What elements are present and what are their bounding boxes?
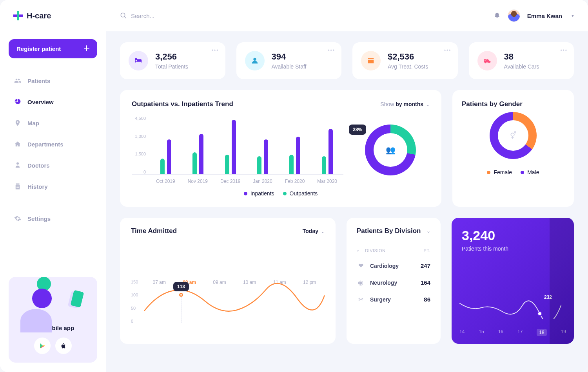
logo-icon [13,11,23,20]
mid-row: Outpatients vs. Inpatients Trend Show by… [120,90,574,207]
bar-inpatient [264,139,268,174]
stats-row: ••• 3,256 Total Patients ••• 394 Availab… [120,42,574,79]
bar-outpatient [289,155,294,174]
nav-map[interactable]: Map [9,115,97,131]
division-title: Patients By Division [357,227,421,235]
nav-overview[interactable]: Overview [9,94,97,110]
bed-icon [129,51,148,70]
stat-available-cars: ••• 38 Available Cars [469,42,574,79]
bar-group [192,116,203,174]
chevron-down-icon[interactable]: ▾ [572,13,574,18]
division-header: ⌂DIVISION PT. [357,243,430,257]
gender-donut: ⚥ [490,112,537,159]
gender-title: Patients by Gender [462,100,564,108]
trend-show-by[interactable]: Show by months⌄ [380,101,430,107]
bar-group [160,116,171,174]
bar-outpatient [160,159,165,174]
bell-icon[interactable] [494,11,501,20]
more-icon[interactable]: ••• [212,48,219,53]
app-store-button[interactable] [55,338,72,354]
bar-outpatient [257,156,261,174]
app-store-icons [16,338,89,354]
line-chart: 150 100 50 0 113 07 am 08 [131,280,325,334]
nav-label: History [27,183,48,190]
avatar[interactable] [508,9,520,22]
stat-label: Available Staff [272,63,307,70]
doctor-icon [14,162,21,169]
pin-icon [14,119,21,126]
division-row-neurology[interactable]: ◉ Neurology 164 [357,274,430,291]
google-play-icon [39,342,45,349]
month-card: 3,240 Patients this month 232 14 15 16 1… [452,218,574,344]
home-icon [14,141,21,148]
more-icon[interactable]: ••• [444,48,452,53]
month-x-axis: 14 15 16 17 18 19 [459,329,566,336]
stat-value: 394 [272,52,307,62]
more-icon[interactable]: ••• [560,48,568,53]
people-icon [14,77,21,84]
trend-title: Outpatients vs. Inpatients Trend [132,100,233,108]
register-label: Register patient [16,45,61,52]
trend-card: Outpatients vs. Inpatients Trend Show by… [120,90,441,207]
scalpel-icon: ✂ [357,296,365,303]
bar-inpatient [328,129,333,174]
chevron-down-icon: ⌄ [321,229,325,234]
division-row-surgery[interactable]: ✂ Surgery 86 [357,291,430,308]
svg-point-4 [538,312,542,316]
search-input[interactable]: Search... [120,12,154,19]
bar-inpatient [199,134,203,174]
time-card: Time Admitted Today⌄ 150 100 50 0 [120,218,336,344]
bar-group [225,116,236,174]
nav-label: Departments [27,141,64,148]
division-card: Patients By Division ⌄ ⌂DIVISION PT. ❤ C… [347,218,441,344]
bar-inpatient [232,120,236,174]
google-play-button[interactable] [34,338,51,354]
bar-chart: 4,500 3,000 1,500 0 Oct 2019 Nov 2019 [132,116,343,184]
stat-value: 3,256 [155,52,188,62]
month-value: 3,240 [462,228,564,243]
stat-label: Available Cars [504,63,539,70]
time-range-select[interactable]: Today⌄ [303,228,325,234]
time-title: Time Admitted [131,227,177,235]
nav-departments[interactable]: Departments [9,136,97,152]
nav-label: Map [27,120,39,126]
bot-row: Time Admitted Today⌄ 150 100 50 0 [120,218,574,344]
bar-group [289,116,300,174]
clipboard-icon [14,183,21,190]
register-patient-button[interactable]: Register patient [9,39,97,58]
stat-label: Total Patients [155,63,188,70]
stat-value: $2,536 [388,52,428,62]
bar-outpatient [192,152,197,174]
nav-settings[interactable]: Settings [9,210,97,227]
stat-total-patients: ••• 3,256 Total Patients [120,42,225,79]
ambulance-icon [477,51,497,70]
search-icon [120,12,127,19]
wallet-icon [361,51,381,70]
gender-legend: Female Male [462,169,564,175]
chevron-down-icon[interactable]: ⌄ [426,228,430,234]
month-label: Patients this month [462,246,564,252]
mini-line-chart [459,296,561,319]
stat-value: 38 [504,52,539,62]
y-axis: 4,500 3,000 1,500 0 [132,116,150,174]
topbar: Search... Emma Kwan ▾ [106,0,588,31]
bar-inpatient [167,139,171,174]
bar-inpatient [296,137,300,174]
nav-patients[interactable]: Patients [9,72,97,89]
topbar-right: Emma Kwan ▾ [494,9,574,22]
x-axis: Oct 2019 Nov 2019 Dec 2019 Jan 2020 Feb … [132,179,343,184]
svg-line-3 [124,16,126,18]
nav-history[interactable]: History [9,178,97,195]
more-icon[interactable]: ••• [328,48,335,53]
trend-donut: 👥 28% [351,116,430,184]
nav-doctors[interactable]: Doctors [9,157,97,173]
mobile-illustration [16,285,89,321]
pie-icon [14,98,21,105]
logo: H-care [9,11,97,20]
plus-icon [84,45,89,52]
username: Emma Kwan [527,13,562,19]
sidebar: H-care Register patient Patients Overvie… [0,0,106,372]
division-row-cardiology[interactable]: ❤ Cardiology 247 [357,257,430,274]
mobile-promo-card: Get mobile app [9,277,97,363]
nav-label: Overview [27,99,54,105]
